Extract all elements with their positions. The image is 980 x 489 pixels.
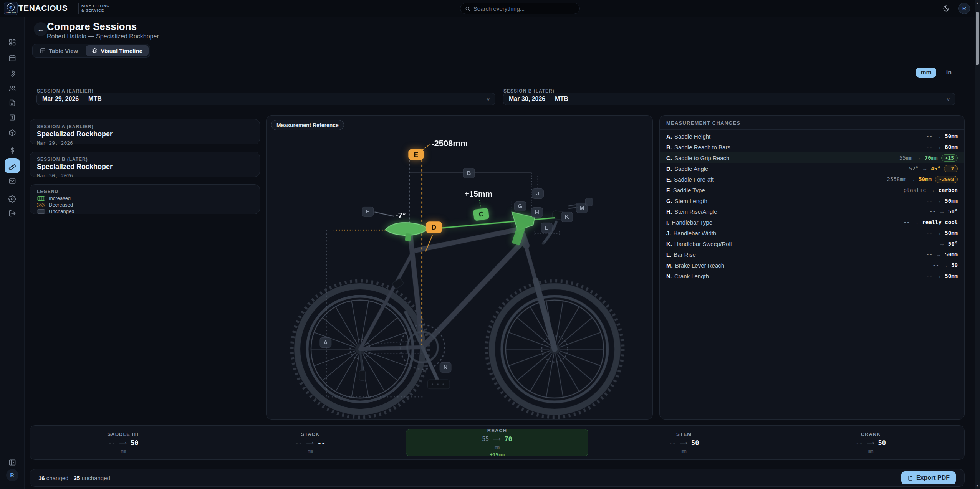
svg-text:L: L bbox=[545, 224, 548, 231]
unit-mm-button[interactable]: mm bbox=[916, 68, 936, 78]
svg-text:B: B bbox=[467, 170, 471, 176]
label-g: G bbox=[515, 201, 526, 211]
svg-text:M: M bbox=[579, 204, 584, 211]
measurement-row-m[interactable]: M.Brake Lever Reach--→50 bbox=[660, 260, 964, 271]
legend-card: LEGEND Increased Decreased Unchanged bbox=[30, 184, 260, 214]
label-i: I bbox=[585, 198, 593, 206]
summary-bar: SADDLE HT --⟶50 mm STACK --⟶-- mm REACH … bbox=[30, 425, 965, 460]
brand-divider bbox=[78, 3, 79, 14]
bike-diagram-panel: Measurement Reference bbox=[266, 115, 653, 420]
session-b-select[interactable]: Mar 30, 2026 — MTB ˅ bbox=[503, 93, 955, 105]
scroll-down-arrow[interactable]: ▼ bbox=[975, 484, 980, 487]
badge-d: D bbox=[426, 221, 442, 233]
user-avatar[interactable]: R bbox=[958, 3, 970, 14]
view-tabs: Table View Visual Timeline bbox=[32, 44, 150, 58]
tab-visual-timeline[interactable]: Visual Timeline bbox=[86, 45, 149, 56]
c-delta-annotation: +15mm bbox=[465, 189, 493, 198]
gear-logo-icon: ⚙ bbox=[7, 3, 15, 11]
measurement-row-b[interactable]: B.Saddle Reach to Bars--→60mm bbox=[660, 142, 964, 152]
measurement-row-f[interactable]: F.Saddle Typeplastic→carbon bbox=[660, 185, 964, 195]
sidebar-collapse-button[interactable] bbox=[5, 455, 20, 470]
measurement-row-a[interactable]: A.Saddle Height--→50mm bbox=[660, 131, 964, 142]
app-logo[interactable]: ⚙ TENACIOUS bbox=[4, 2, 18, 15]
footer-bar: 16 changed · 35 unchanged Export PDF bbox=[30, 469, 965, 487]
svg-text:H: H bbox=[535, 209, 539, 215]
sidebar-item-measurements[interactable] bbox=[5, 158, 20, 173]
settings-icon bbox=[8, 195, 16, 203]
sidebar-item-logout[interactable] bbox=[5, 206, 20, 221]
export-pdf-button[interactable]: Export PDF bbox=[901, 471, 956, 484]
badge-e: E bbox=[408, 149, 424, 160]
label-k: K bbox=[561, 212, 573, 222]
label-j: J bbox=[532, 189, 544, 199]
global-search[interactable] bbox=[460, 3, 580, 14]
dark-mode-toggle[interactable] bbox=[942, 4, 951, 13]
logo-text: TENACIOUS bbox=[5, 12, 16, 13]
tab-table-view[interactable]: Table View bbox=[34, 45, 84, 56]
summary-reach: REACH 55⟶70 mm +15mm bbox=[404, 426, 591, 459]
e-delta-annotation: -2508mm bbox=[431, 139, 468, 148]
measurement-row-e[interactable]: E.Saddle Fore-aft2558mm→50mm-2508 bbox=[660, 174, 964, 185]
layers-icon bbox=[92, 48, 98, 54]
measurement-row-c[interactable]: C.Saddle to Grip Reach55mm→70mm+15 bbox=[660, 152, 964, 163]
scroll-up-arrow[interactable]: ▲ bbox=[975, 2, 980, 5]
measurement-row-i[interactable]: I.Handlebar Type--→really cool bbox=[660, 217, 964, 228]
increased-swatch bbox=[37, 196, 45, 201]
sidebar: R bbox=[0, 17, 25, 489]
sidebar-item-calendar[interactable] bbox=[5, 50, 20, 66]
page-title: Compare Sessions bbox=[47, 21, 137, 33]
svg-text:A: A bbox=[323, 339, 328, 345]
calendar-icon bbox=[8, 54, 16, 62]
back-button[interactable]: ← bbox=[34, 22, 48, 36]
svg-text:D: D bbox=[432, 224, 436, 231]
unit-in-button[interactable]: in bbox=[942, 68, 956, 78]
summary-stack: STACK --⟶-- mm bbox=[217, 426, 404, 459]
sidebar-item-mail[interactable] bbox=[5, 173, 20, 189]
change-summary-text: 16 changed · 35 unchanged bbox=[38, 475, 110, 481]
legend-decreased: Decreased bbox=[37, 202, 73, 208]
scrollbar-thumb[interactable] bbox=[976, 12, 979, 65]
d-angle-annotation: -7° bbox=[395, 211, 406, 220]
measurement-row-g[interactable]: G.Stem Length--→50mm bbox=[660, 195, 964, 206]
delta-badge: -2508 bbox=[935, 176, 958, 183]
sidebar-item-settings[interactable] bbox=[5, 191, 20, 207]
sidebar-user-avatar[interactable]: R bbox=[6, 469, 18, 481]
document-icon bbox=[8, 99, 16, 107]
saddle-to-grip-line bbox=[427, 218, 555, 229]
sidebar-item-inventory[interactable] bbox=[5, 125, 20, 140]
svg-text:G: G bbox=[518, 203, 523, 209]
wrench-icon bbox=[8, 70, 16, 78]
chevron-down-icon: ˅ bbox=[487, 96, 490, 102]
receipt-icon bbox=[8, 114, 16, 121]
sidebar-item-dashboard[interactable] bbox=[5, 35, 20, 50]
search-input[interactable] bbox=[473, 5, 575, 12]
chevron-down-icon: ˅ bbox=[947, 96, 950, 102]
package-icon bbox=[8, 129, 16, 137]
sidebar-item-documents[interactable] bbox=[5, 95, 20, 111]
measurement-row-n[interactable]: N.Crank Length--→50mm bbox=[660, 271, 964, 281]
measurement-row-h[interactable]: H.Stem Rise/Angle--→50° bbox=[660, 206, 964, 217]
topbar: ⚙ TENACIOUS TENACIOUS BIKE FITTING & SER… bbox=[0, 0, 980, 17]
svg-text:J: J bbox=[536, 190, 539, 197]
svg-text:I: I bbox=[588, 200, 589, 205]
measurement-row-l[interactable]: L.Bar Rise--→50mm bbox=[660, 249, 964, 260]
sidebar-item-service[interactable] bbox=[5, 66, 20, 81]
sidebar-item-payments[interactable] bbox=[5, 143, 20, 158]
svg-text:N: N bbox=[444, 364, 448, 370]
ruler-icon bbox=[8, 162, 16, 170]
svg-text:E: E bbox=[414, 151, 418, 159]
measurement-row-j[interactable]: J.Handlebar Width--→50mm bbox=[660, 228, 964, 238]
measurement-row-k[interactable]: K.Handlebar Sweep/Roll--→50° bbox=[660, 238, 964, 249]
session-a-select[interactable]: Mar 29, 2026 — MTB ˅ bbox=[36, 93, 495, 105]
session-b-card: SESSION B (LATER) Specialized Rockhoper … bbox=[30, 152, 260, 177]
sidebar-item-invoices[interactable] bbox=[5, 110, 20, 125]
page-scrollbar[interactable]: ▲ ▼ bbox=[975, 0, 980, 489]
label-h: H bbox=[531, 207, 543, 217]
badge-c: C bbox=[473, 207, 490, 221]
file-icon bbox=[907, 475, 913, 481]
label-a: A bbox=[320, 338, 331, 348]
sidebar-item-customers[interactable] bbox=[5, 81, 20, 96]
unit-toggle: mm in bbox=[916, 68, 956, 78]
measurement-row-d[interactable]: D.Saddle Angle52°→45°-7 bbox=[660, 163, 964, 174]
summary-stem: STEM --⟶50 mm bbox=[591, 426, 778, 459]
